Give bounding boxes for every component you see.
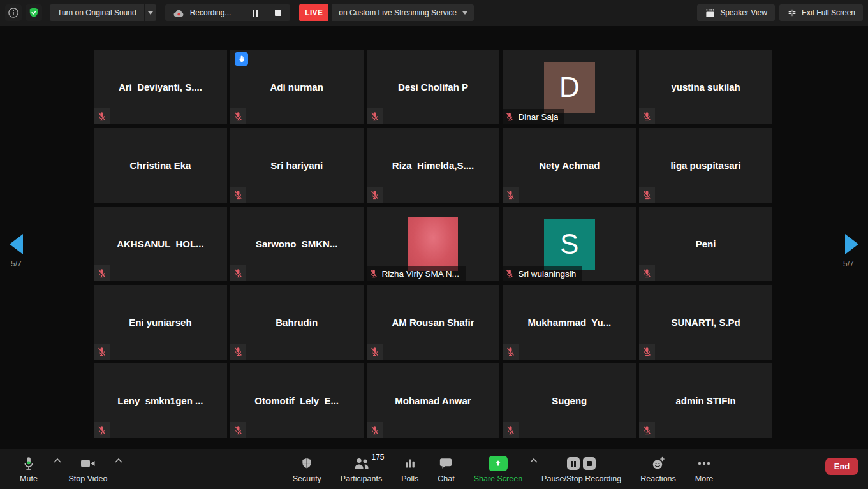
participants-icon: 175	[353, 455, 371, 472]
more-button[interactable]: More	[695, 449, 713, 489]
muted-mic-icon	[639, 422, 655, 438]
muted-mic-icon	[230, 344, 246, 360]
participant-name: Eni yuniarseh	[129, 317, 191, 328]
participant-tile[interactable]: AKHSANUL HOL...	[94, 207, 227, 281]
recording-indicator: Recording...	[165, 4, 291, 21]
end-meeting-button[interactable]: End	[825, 458, 858, 475]
participant-tile[interactable]: Sri hariyani	[230, 128, 364, 203]
participant-tile[interactable]: Leny_smkn1gen ...	[94, 363, 227, 438]
audio-options-chevron[interactable]	[54, 458, 61, 463]
speaker-view-button[interactable]: Speaker View	[697, 4, 775, 21]
polls-icon	[403, 455, 417, 472]
share-options-chevron[interactable]	[530, 458, 538, 463]
cloud-recording-icon	[173, 8, 185, 18]
exit-full-screen-button[interactable]: Exit Full Screen	[779, 4, 863, 21]
participant-tile[interactable]: liga puspitasari	[639, 128, 772, 203]
more-label: More	[695, 474, 713, 483]
mute-button[interactable]: Mute	[10, 449, 47, 489]
pause-recording-icon[interactable]	[567, 457, 580, 470]
participant-gallery: Ari Deviyanti, S.... Adi nurman	[94, 50, 772, 438]
participants-count: 175	[372, 453, 385, 462]
muted-mic-icon	[94, 265, 110, 281]
participant-tile[interactable]: Rizha Virly SMA N...	[367, 207, 500, 281]
participant-tile[interactable]: Christina Eka	[94, 128, 227, 203]
participant-tile[interactable]: S Sri wulaningsih	[503, 207, 636, 281]
participant-nameplate: Sri wulaningsih	[503, 266, 582, 281]
muted-mic-icon	[504, 112, 515, 122]
live-stream-service-dropdown[interactable]: on Custom Live Streaming Service	[332, 4, 474, 21]
chat-button[interactable]: Chat	[438, 449, 454, 489]
participant-tile[interactable]: D Dinar Saja	[503, 50, 636, 124]
avatar: D	[544, 62, 595, 113]
participant-nameplate: Rizha Virly SMA N...	[367, 266, 466, 281]
pause-recording-icon[interactable]	[253, 10, 258, 17]
muted-mic-icon	[369, 268, 379, 279]
participant-tile[interactable]: Ari Deviyanti, S....	[94, 50, 227, 124]
participant-tile[interactable]: Peni	[639, 207, 772, 281]
original-sound-dropdown[interactable]	[145, 4, 156, 21]
next-page-arrow[interactable]	[845, 234, 858, 254]
meeting-info-button[interactable]	[5, 4, 22, 21]
participant-tile[interactable]: Adi nurman	[230, 50, 364, 124]
participant-tile[interactable]: yustina sukilah	[639, 50, 772, 124]
participant-name: Mohamad Anwar	[395, 395, 471, 406]
security-shield-icon	[300, 455, 313, 472]
participant-name: Sri hariyani	[270, 160, 323, 171]
participant-name: Otomotif_Lely E...	[254, 395, 339, 406]
participant-tile[interactable]: Nety Achmad	[503, 128, 636, 203]
previous-page-arrow[interactable]	[10, 234, 23, 254]
stop-video-label: Stop Video	[69, 474, 108, 483]
live-service-label: on Custom Live Streaming Service	[339, 8, 457, 17]
stop-recording-icon[interactable]	[275, 10, 281, 16]
participant-name: Mukhammad Yu...	[527, 317, 611, 328]
participant-tile[interactable]: Bahrudin	[230, 285, 364, 360]
chat-bubble-icon	[438, 455, 453, 472]
participant-name: Bahrudin	[276, 317, 318, 328]
participants-button[interactable]: 175 Participants	[341, 449, 382, 489]
recording-status-label: Recording...	[190, 8, 232, 17]
muted-mic-icon	[639, 187, 655, 203]
pause-stop-recording-label: Pause/Stop Recording	[541, 474, 621, 483]
microphone-icon	[21, 455, 36, 472]
participant-tile[interactable]: Eni yuniarseh	[94, 285, 227, 360]
share-screen-button[interactable]: Share Screen	[474, 449, 522, 489]
participant-name: AKHSANUL HOL...	[117, 238, 203, 249]
reactions-button[interactable]: Reactions	[640, 449, 676, 489]
stop-video-button[interactable]: Stop Video	[64, 449, 112, 489]
participant-tile[interactable]: Sarwono SMKN...	[230, 207, 364, 281]
original-sound-label: Turn on Original Sound	[57, 8, 136, 17]
reactions-label: Reactions	[640, 474, 676, 483]
participant-tile[interactable]: Desi Cholifah P	[367, 50, 500, 124]
video-options-chevron[interactable]	[115, 458, 122, 463]
pause-stop-recording-button[interactable]: Pause/Stop Recording	[541, 449, 621, 489]
security-button[interactable]: Security	[293, 449, 321, 489]
participant-name: Riza Himelda,S....	[392, 160, 474, 171]
page-indicator-left: 5/7	[11, 259, 22, 268]
live-badge: LIVE	[299, 4, 328, 21]
participant-tile[interactable]: SUNARTI, S.Pd	[639, 285, 772, 360]
encryption-shield-button[interactable]	[26, 4, 42, 21]
stop-recording-icon[interactable]	[583, 457, 596, 470]
muted-mic-icon	[639, 344, 655, 360]
participant-name: Ari Deviyanti, S....	[119, 82, 202, 92]
participant-tile[interactable]: Otomotif_Lely E...	[230, 363, 364, 438]
security-label: Security	[293, 474, 321, 483]
mute-label: Mute	[20, 474, 38, 483]
participant-tile[interactable]: AM Rousan Shafir	[367, 285, 500, 360]
participant-name: Desi Cholifah P	[398, 82, 468, 92]
participant-name: Rizha Virly SMA N...	[382, 269, 459, 279]
participant-tile[interactable]: Mukhammad Yu...	[503, 285, 636, 360]
participant-tile[interactable]: Mohamad Anwar	[367, 363, 500, 438]
participant-tile[interactable]: Riza Himelda,S....	[367, 128, 500, 203]
participant-tile[interactable]: admin STIFIn	[639, 363, 772, 438]
original-sound-button[interactable]: Turn on Original Sound	[50, 4, 144, 21]
polls-button[interactable]: Polls	[401, 449, 418, 489]
chevron-down-icon	[462, 11, 467, 15]
participant-nameplate: Dinar Saja	[503, 109, 564, 124]
shield-check-icon	[27, 6, 40, 19]
participant-name: Adi nurman	[270, 82, 323, 92]
muted-mic-icon	[503, 344, 519, 360]
more-dots-icon	[696, 455, 712, 472]
participant-tile[interactable]: Sugeng	[503, 363, 636, 438]
reactions-icon	[651, 455, 666, 472]
